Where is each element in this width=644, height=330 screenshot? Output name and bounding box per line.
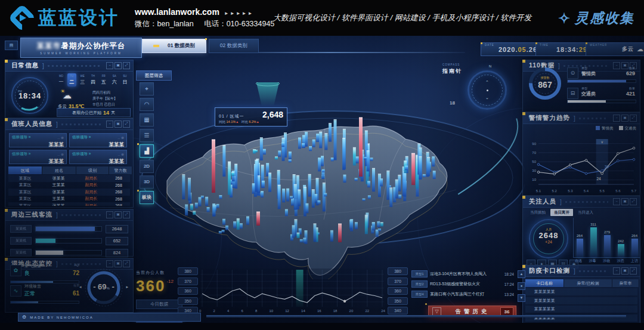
checkpoint-row[interactable]: 某某某某某0/890% [525, 297, 637, 304]
alert-time: 13:24 [504, 292, 514, 297]
grid-tool-icon[interactable]: ▦ [140, 113, 154, 127]
table-header-cell[interactable]: 异常率 [612, 279, 639, 287]
menu-icon[interactable]: ▤ [5, 41, 18, 50]
gauge-value: 867 [528, 80, 562, 90]
duty-leader-card[interactable]: 值班领导 »‥ ⊗某某某 [69, 133, 127, 147]
expand-icon[interactable]: ⤢ [123, 121, 130, 128]
redacted-city-name: 某某市 [37, 42, 61, 50]
signal-tool-icon[interactable]: ◠ [140, 98, 154, 111]
table-header-cell[interactable]: 异常/已检测 [564, 279, 612, 287]
yaxis-tick-box: 370 [388, 277, 408, 285]
table-row[interactable]: 某某区王某某副局长268 [8, 182, 130, 189]
expand-icon[interactable]: ⤢ [123, 62, 130, 69]
platform-title-box: 某某市暑期办公协作平台 SUMMER WORKING PLATFORM [20, 38, 142, 58]
xaxis-tick: 12 [285, 309, 289, 313]
checkpoint-row[interactable]: 某某某某某0/890% [525, 306, 637, 313]
minimize-icon[interactable]: － [106, 211, 113, 218]
alert-row[interactable]: 类型4某路口有小汽车连闯三个红灯13:24 [411, 290, 514, 298]
window-icon[interactable]: ▣ [621, 198, 628, 205]
flow-bar-fill [36, 239, 55, 243]
map-mode-button[interactable]: 板块 [140, 191, 154, 204]
legend-item[interactable]: 交通类 [619, 126, 637, 131]
table-header-cell[interactable]: 警力数 [109, 166, 132, 174]
table-row[interactable]: 某某区张某某副局长268 [8, 189, 130, 196]
yaxis-tick-box: 380 [178, 267, 198, 275]
weekday-cell[interactable]: TH四 [88, 73, 97, 87]
focus-tab[interactable]: 当日离开 [550, 209, 573, 216]
expand-icon[interactable]: ⤢ [630, 198, 637, 205]
minimize-icon[interactable]: － [613, 267, 620, 275]
chart-tool-icon[interactable]: ▟ [140, 144, 154, 158]
scroll-indicator-icon[interactable]: ● [518, 282, 525, 290]
table-header-cell[interactable]: 姓名 [42, 166, 76, 174]
weekday-cell[interactable]: TU二 [67, 73, 76, 87]
panel-police-trend: 警情警力趋势]－▣⤢ 警情类交通类 90705030105.15.25.35.4… [522, 112, 640, 196]
topbar-tab[interactable]: 02 数据类别 [209, 39, 259, 53]
minimize-icon[interactable]: － [613, 198, 620, 205]
weather-label: WEATHER [590, 44, 607, 47]
alert-time: 17:24 [504, 282, 514, 286]
window-icon[interactable]: ▣ [621, 115, 628, 122]
table-row[interactable]: 某某区张某某副局长268 [8, 202, 130, 206]
checkpoint-row[interactable]: 某某某某某0/3110% [525, 288, 637, 295]
today-data-button[interactable]: 今日数据 [136, 300, 182, 309]
expand-icon[interactable]: ⤢ [630, 267, 637, 275]
weekday-cell[interactable]: WE三 [78, 73, 87, 87]
close-icon[interactable]: ‥ ⊗ [57, 152, 64, 156]
map-mode-button[interactable]: 2D [140, 160, 154, 173]
table-row[interactable]: 某某区王某某副局长268 [8, 196, 130, 203]
svg-text:30: 30 [605, 165, 609, 169]
table-header-cell[interactable]: 级别 [76, 166, 109, 174]
duty-leader-card[interactable]: 值班领导 »‥ ⊗某某某 [9, 133, 67, 147]
inspiration-collect[interactable]: ✧ 灵感收集 [558, 9, 634, 27]
window-icon[interactable]: ▣ [621, 267, 628, 275]
bracket-decoration: ] [574, 115, 575, 122]
alert-time: 18:24 [504, 272, 514, 276]
eco-metric: ∿环境噪音正常分贝61 [10, 283, 79, 304]
legend-item[interactable]: 警情类 [596, 126, 614, 131]
scroll-up-icon[interactable]: ▲ [518, 270, 525, 278]
window-icon[interactable]: ▣ [114, 121, 122, 128]
duty-leader-card[interactable]: 值班领导 »‥ ⊗某某某 [69, 150, 127, 164]
weekday-cell[interactable]: SA六 [110, 73, 119, 87]
gauge-left-arrow[interactable]: ◂ [79, 285, 82, 289]
focus-tab[interactable]: 当日抓拍 [527, 209, 549, 216]
scroll-down-icon[interactable]: ▼ [518, 294, 525, 302]
table-header-cell[interactable]: 区域 [8, 166, 42, 174]
locate-tool-icon[interactable]: ⌖ [140, 82, 154, 95]
weekday-cell[interactable]: SU日 [120, 73, 129, 87]
bar-column: 279 [603, 230, 611, 257]
window-icon[interactable]: ▣ [114, 62, 122, 69]
topbar-tab[interactable]: 01 数据类别 [142, 39, 206, 53]
bar-column: 264 [575, 234, 584, 257]
window-icon[interactable]: ▣ [114, 211, 122, 218]
yaxis-tick-box: 350 [178, 297, 198, 305]
compass-ring[interactable]: ⌃ ⌄ [467, 70, 507, 110]
map-mode-button[interactable]: 3D [140, 175, 154, 189]
expand-icon[interactable]: ⤢ [123, 211, 130, 218]
weekday-cell[interactable]: MO一 [57, 73, 66, 87]
gauge-label: 接警数 [528, 76, 562, 79]
alert-row[interactable]: 类型2RD13-53烟感报警疑似火灾17:24 [411, 280, 514, 288]
svg-text:10: 10 [532, 178, 536, 181]
xaxis-tick: 16 [317, 309, 321, 313]
minimize-icon[interactable]: － [106, 121, 113, 128]
visitors-value: 2648 [530, 231, 567, 240]
close-icon[interactable]: ‥ ⊗ [117, 152, 124, 156]
minimize-icon[interactable]: － [106, 62, 113, 69]
table-row[interactable]: 某某区张某某副局长268 [8, 175, 130, 182]
alert-row[interactable]: 类型1湿地3-104片区有不明人员闯入18:24 [411, 270, 514, 278]
close-icon[interactable]: ‥ ⊗ [117, 135, 124, 140]
panel-daily-info: 日常信息]－▣⤢ PM 18:34 MO一TU二WE三TH四FR五SA六SU日 … [5, 60, 134, 118]
website-link[interactable]: www.lanlanwork.com [135, 7, 219, 17]
minimize-icon[interactable]: － [613, 115, 620, 122]
weekday-cell[interactable]: FR五 [99, 73, 108, 87]
close-icon[interactable]: ‥ ⊗ [57, 135, 64, 140]
focus-tab[interactable]: 当日进入 [574, 209, 597, 216]
expand-icon[interactable]: ⤢ [630, 115, 637, 122]
gauge-right-arrow[interactable]: ▸ [126, 285, 128, 289]
bracket-decoration: ] [56, 212, 58, 218]
duty-leader-card[interactable]: 值班领导 »‥ ⊗某某某 [9, 150, 67, 164]
list-tool-icon[interactable]: ☰ [140, 129, 154, 142]
table-header-cell[interactable]: 卡口名称 [525, 279, 564, 287]
